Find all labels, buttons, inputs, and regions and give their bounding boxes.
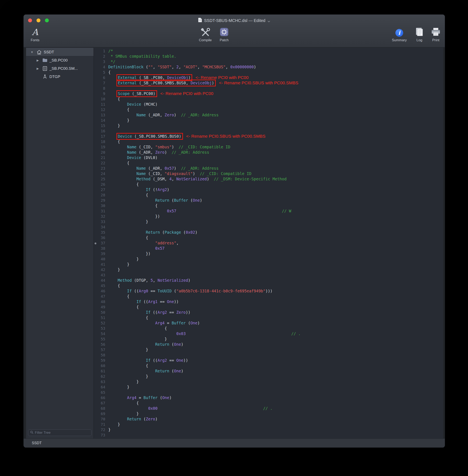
code-line[interactable]: 19 Name (_CID, "smbus") // _CID: Compati… [94, 144, 443, 149]
code-line[interactable]: 61 Return (One) [94, 368, 443, 374]
code-line[interactable]: 15 } [94, 123, 443, 128]
code-line[interactable]: 38 0x57 [94, 246, 443, 251]
tree-item-sb-pc00-smbs[interactable]: ▶ _SB.PC00.SM... [26, 64, 93, 73]
code-line[interactable]: 17 Device (_SB.PC00.SMBS.BUS0)<- Rename … [94, 134, 443, 139]
code-line[interactable]: 25 Method (_DSM, 4, NotSerialized) // _D… [94, 176, 443, 182]
code-token: } [108, 337, 167, 341]
filter-tree-input[interactable] [35, 431, 89, 435]
code-line[interactable]: 71 } [94, 422, 443, 427]
code-line[interactable]: 63 } [94, 379, 443, 384]
code-token: (_ADR, [146, 113, 165, 117]
tree-item-ssdt-root[interactable]: ▼ SSDT [26, 48, 93, 56]
code-line[interactable]: 69 } [94, 411, 443, 416]
code-line[interactable]: 28 { [94, 192, 443, 198]
code-token: , [226, 65, 230, 69]
code-line[interactable]: 22 { [94, 160, 443, 165]
fonts-button[interactable]: A Fonts [23, 27, 49, 42]
code-editor[interactable]: 1/*2 * SMBus compatibility table.3 */4De… [94, 48, 443, 438]
code-line[interactable]: 40 } [94, 256, 443, 262]
code-line[interactable]: 27 If (!Arg2) [94, 187, 443, 192]
code-line[interactable]: 51 { [94, 315, 443, 320]
patch-button[interactable]: Patch [210, 27, 238, 42]
filter-tree-field[interactable] [28, 430, 91, 436]
line-number: 41 [94, 262, 105, 267]
code-line[interactable]: 9 Scope (_SB.PC00)<- Rename PCI0 with PC… [94, 91, 443, 96]
code-line[interactable]: 44 Method (DTGP, 5, NotSerialized) [94, 278, 443, 283]
code-line[interactable]: 46 If ((Arg0 == ToUUID ("a0b5b7c6-1318-4… [94, 288, 443, 294]
code-line[interactable]: 54 0x03 // . [94, 331, 443, 336]
code-line[interactable]: 36 { [94, 235, 443, 240]
code-token: (( [150, 358, 158, 363]
code-line[interactable]: 57 } [94, 347, 443, 352]
code-line[interactable]: 42 } [94, 267, 443, 272]
code-line[interactable]: 41 } [94, 262, 443, 267]
code-token: ( [186, 321, 190, 325]
title-bar[interactable]: SSDT-SBUS-MCHC.dsl — Edited [24, 15, 445, 27]
code-line[interactable]: 67 { [94, 400, 443, 406]
code-line[interactable]: 65 [94, 390, 443, 395]
code-line[interactable]: 1/* [94, 48, 443, 54]
code-line[interactable]: 37 "address", [94, 240, 443, 246]
tree-item-dtgp[interactable]: DTGP [26, 73, 93, 81]
code-line[interactable]: 26 { [94, 182, 443, 187]
disclosure-collapsed-icon[interactable]: ▶ [35, 67, 40, 70]
line-number: 20 [94, 150, 105, 155]
code-line[interactable]: 56 Return (One) [94, 342, 443, 347]
code-line[interactable]: 66 Arg4 = Buffer (One) [94, 395, 443, 400]
code-line[interactable]: 35 Return (Package (0x02) [94, 230, 443, 235]
code-line[interactable]: 45 { [94, 283, 443, 288]
code-line[interactable]: 34 [94, 224, 443, 230]
code-line-text: Name (_CID, "smbus") // _CID: Compatible… [108, 145, 230, 149]
code-line[interactable]: 7 External (_SB_.PC00.SMBS.BUS0, DeviceO… [94, 80, 443, 86]
code-token: , [153, 278, 158, 283]
code-line[interactable]: 33 } [94, 219, 443, 224]
code-line[interactable]: 20 Name (_ADR, Zero) // _ADR: Address [94, 149, 443, 155]
code-line[interactable]: 32 }) [94, 214, 443, 219]
code-token: ToUUID [158, 289, 172, 293]
disclosure-expanded-icon[interactable]: ▼ [29, 50, 35, 54]
code-line[interactable]: 31 0x57 // W [94, 208, 443, 214]
code-line[interactable]: 13 Name (_ADR, Zero) // _ADR: Address [94, 112, 443, 118]
code-line[interactable]: 47 { [94, 294, 443, 299]
document-proxy-icon[interactable] [198, 18, 202, 23]
code-line[interactable]: 68 0x00 // . [94, 406, 443, 411]
code-line[interactable]: 39 }) [94, 251, 443, 256]
code-line[interactable]: 11 Device (MCHC) [94, 102, 443, 107]
code-line[interactable]: 70 Return (Zero) [94, 416, 443, 422]
code-line[interactable]: 55 } [94, 336, 443, 342]
code-line[interactable]: 23 Name (_ADR, 0x57) // _ADR: Address [94, 165, 443, 171]
code-line[interactable]: 49 { [94, 304, 443, 310]
code-token: Zero [165, 113, 174, 117]
code-line[interactable]: 52 Arg4 = Buffer (One) [94, 320, 443, 326]
disclosure-collapsed-icon[interactable]: ▶ [35, 59, 40, 62]
code-line[interactable]: 62 } [94, 374, 443, 379]
code-line[interactable]: 58 [94, 352, 443, 358]
code-line[interactable]: 60 { [94, 363, 443, 368]
code-line[interactable]: 48 If ((Arg1 == One)) [94, 299, 443, 304]
tree-item-sb-pc00[interactable]: ▶ _SB.PC00 [26, 56, 93, 64]
code-token: ( [141, 417, 146, 421]
code-line[interactable]: 4DefinitionBlock ("", "SSDT", 2, "ACDT",… [94, 64, 443, 70]
code-line[interactable]: 21 Device (DVL0) [94, 155, 443, 160]
code-token: == [148, 289, 158, 293]
code-line[interactable]: 73 [94, 432, 443, 438]
code-line[interactable]: 24 Name (_CID, "diagsvault") // _CID: Co… [94, 171, 443, 176]
line-number: 17 [94, 134, 105, 139]
line-number: 40 [94, 256, 105, 262]
title-menu-chevron-icon[interactable] [267, 19, 270, 23]
code-line[interactable]: 30 { [94, 203, 443, 208]
code-line[interactable]: 29 Return (Buffer (One) [94, 198, 443, 203]
code-line[interactable]: 50 If ((Arg2 == Zero)) [94, 310, 443, 315]
code-line-text: } [108, 219, 148, 224]
code-line[interactable]: 2 * SMBus compatibility table. [94, 54, 443, 59]
code-line[interactable]: 72} [94, 427, 443, 432]
print-button[interactable]: Print [422, 27, 445, 42]
code-area[interactable]: 1/*2 * SMBus compatibility table.3 */4De… [94, 48, 443, 438]
code-line[interactable]: 64 } [94, 384, 443, 390]
code-line[interactable]: 43 [94, 272, 443, 278]
code-line[interactable]: 59 If ((Arg2 == One)) [94, 358, 443, 363]
code-line[interactable]: 14 } [94, 118, 443, 123]
code-line[interactable]: 53 { [94, 326, 443, 331]
code-line[interactable]: 3 */ [94, 59, 443, 64]
code-line[interactable]: 12 { [94, 107, 443, 112]
